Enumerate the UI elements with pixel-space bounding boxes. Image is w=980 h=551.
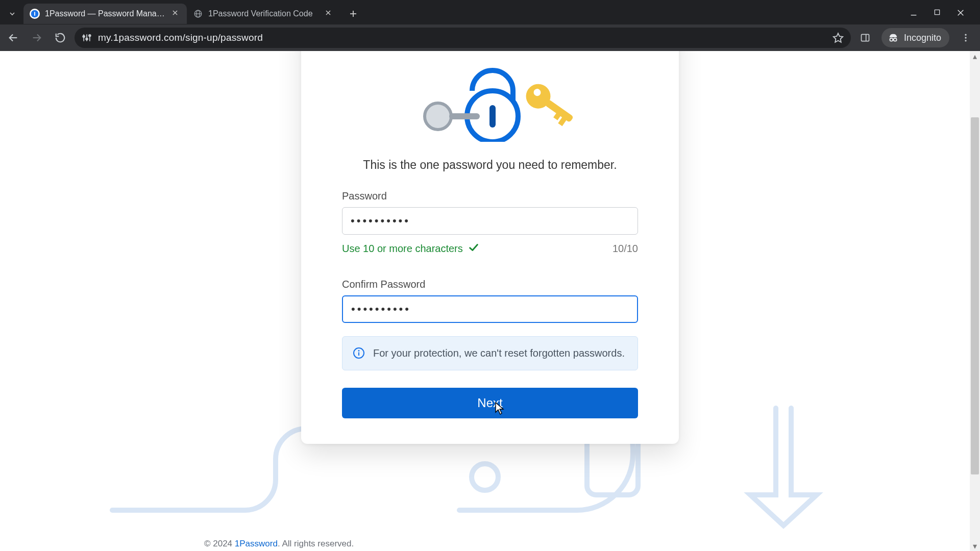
side-panel-button[interactable] (856, 29, 874, 47)
svg-point-26 (890, 38, 893, 41)
footer-copyright: © 2024 (204, 539, 235, 548)
password-input[interactable] (342, 207, 638, 235)
svg-point-29 (965, 34, 966, 36)
reload-icon (55, 32, 66, 43)
tab-1password[interactable]: 1Password — Password Manager (23, 4, 187, 24)
side-panel-icon (860, 33, 870, 43)
illustration (342, 55, 638, 142)
info-text: For your protection, we can't reset forg… (373, 346, 625, 361)
check-icon (468, 242, 479, 255)
close-icon (957, 9, 965, 17)
tab-verification-code[interactable]: 1Password Verification Code (187, 4, 340, 24)
site-settings-icon[interactable] (82, 33, 92, 43)
footer-rights: . All rights reserved. (278, 539, 354, 548)
svg-point-27 (894, 38, 897, 41)
incognito-icon (888, 32, 899, 43)
chevron-down-icon (8, 10, 16, 18)
footer-1password-link[interactable]: 1Password (235, 539, 278, 548)
svg-marker-23 (834, 33, 843, 42)
svg-point-45 (358, 350, 360, 352)
tab-title: 1Password — Password Manager (45, 9, 166, 18)
next-button[interactable]: Next (342, 388, 638, 418)
svg-rect-12 (935, 10, 939, 14)
maximize-icon (934, 9, 941, 16)
arrow-left-icon (8, 32, 19, 43)
password-hint-row: Use 10 or more characters 10/10 (342, 242, 638, 255)
close-icon (325, 9, 332, 16)
password-label: Password (342, 190, 638, 202)
lock-key-illustration-icon (398, 55, 582, 142)
new-tab-button[interactable] (344, 5, 362, 23)
kebab-menu-icon (961, 33, 971, 43)
url-text: my.1password.com/sign-up/password (98, 32, 826, 43)
scroll-up-button[interactable]: ▴ (970, 51, 980, 61)
plus-icon (349, 9, 358, 18)
browser-toolbar: my.1password.com/sign-up/password Incogn… (0, 24, 980, 51)
svg-point-30 (965, 37, 966, 38)
incognito-indicator[interactable]: Incognito (881, 28, 949, 47)
svg-rect-40 (545, 99, 574, 122)
browser-chrome: 1Password — Password Manager 1Password V… (0, 0, 980, 51)
nav-back-button[interactable] (4, 29, 22, 47)
svg-rect-24 (861, 34, 869, 41)
page-subtitle: This is the one password you need to rem… (342, 158, 638, 172)
nav-reload-button[interactable] (51, 29, 69, 47)
svg-point-21 (86, 38, 88, 40)
tab-search-dropdown[interactable] (4, 6, 20, 22)
password-hint-text: Use 10 or more characters (342, 243, 463, 255)
info-banner: For your protection, we can't reset forg… (342, 336, 638, 370)
svg-rect-1 (34, 12, 35, 16)
svg-rect-37 (449, 113, 480, 119)
incognito-label: Incognito (904, 33, 941, 43)
window-controls (909, 9, 976, 19)
nav-forward-button[interactable] (28, 29, 46, 47)
confirm-password-input[interactable] (342, 295, 638, 323)
scroll-down-button[interactable]: ▾ (970, 541, 980, 551)
svg-point-36 (425, 103, 451, 130)
close-icon (172, 9, 179, 16)
address-bar[interactable]: my.1password.com/sign-up/password (75, 28, 851, 48)
confirm-password-label: Confirm Password (342, 279, 638, 290)
char-counter: 10/10 (612, 243, 638, 255)
minimize-icon (910, 9, 918, 17)
toolbar-right: Incognito (856, 28, 975, 47)
page-footer: © 2024 1Password. All rights reserved. (204, 539, 354, 549)
arrow-right-icon (31, 32, 42, 43)
onepassword-favicon-icon (30, 9, 40, 19)
window-close-button[interactable] (955, 9, 966, 19)
tab-close-button[interactable] (172, 9, 181, 18)
svg-rect-35 (489, 105, 496, 128)
bookmark-star-icon[interactable] (832, 32, 844, 43)
svg-point-32 (472, 464, 498, 490)
svg-point-22 (89, 35, 91, 37)
vertical-scrollbar[interactable]: ▴ ▾ (970, 51, 980, 551)
browser-menu-button[interactable] (957, 29, 975, 47)
page-viewport: This is the one password you need to rem… (0, 51, 980, 551)
svg-point-31 (965, 40, 966, 41)
signup-card: This is the one password you need to rem… (301, 51, 679, 444)
window-minimize-button[interactable] (909, 9, 919, 19)
svg-point-20 (83, 36, 85, 38)
tab-strip: 1Password — Password Manager 1Password V… (0, 0, 980, 24)
window-maximize-button[interactable] (932, 9, 942, 19)
globe-favicon-icon (193, 9, 203, 19)
scrollbar-thumb[interactable] (971, 117, 979, 474)
info-icon (353, 347, 365, 359)
tab-close-button[interactable] (325, 9, 334, 18)
tab-title: 1Password Verification Code (208, 9, 320, 18)
